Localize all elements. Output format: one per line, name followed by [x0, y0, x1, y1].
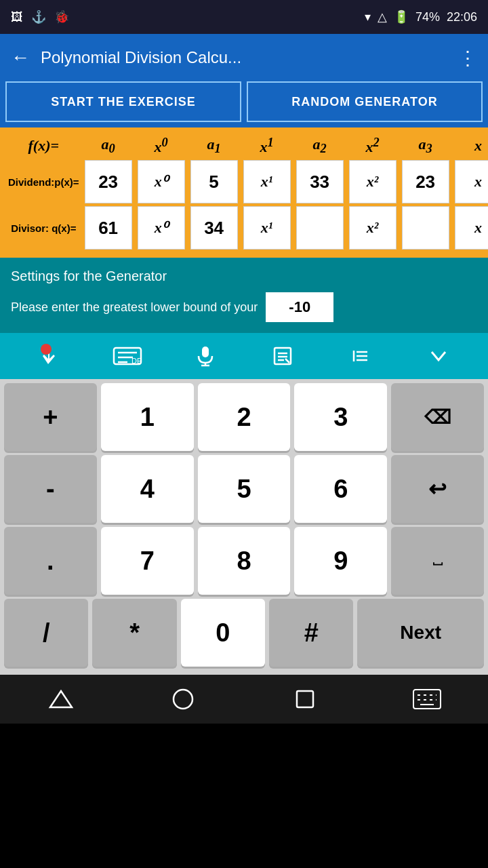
back-button[interactable]: ←: [11, 47, 30, 68]
header-a3: a3: [399, 134, 452, 159]
key-0[interactable]: 0: [181, 599, 265, 667]
svg-text:DE: DE: [131, 357, 142, 365]
dividend-label: Dividend:p(x)=: [5, 159, 82, 205]
edit-button[interactable]: [264, 337, 302, 375]
fx-label: f(x)=: [5, 134, 82, 159]
finger-pointer-button[interactable]: [30, 337, 68, 375]
keyboard-row-3: . 7 8 9 ⎵: [4, 527, 484, 595]
lower-bound-label: Please enter the greatest lower bound of…: [11, 300, 258, 315]
key-6[interactable]: 6: [294, 455, 387, 523]
lower-bound-input[interactable]: [266, 292, 333, 322]
key-minus[interactable]: -: [4, 455, 97, 523]
header-x1: x1: [241, 134, 293, 159]
header-x0: x0: [135, 134, 188, 159]
key-plus[interactable]: +: [4, 383, 97, 451]
list-button[interactable]: [342, 337, 380, 375]
wifi-icon: ▾: [365, 9, 371, 24]
divisor-label: Divisor: q(x)=: [5, 205, 82, 251]
usb-icon: ⚓: [31, 9, 46, 24]
settings-lower-bound-row: Please enter the greatest lower bound of…: [11, 292, 477, 322]
signal-icon: △: [378, 9, 387, 24]
key-asterisk[interactable]: *: [92, 599, 176, 667]
keyboard: + 1 2 3 ⌫ - 4 5 6 ↩ . 7 8 9 ⎵ / * 0 # Ne…: [0, 379, 488, 675]
key-2[interactable]: 2: [198, 383, 291, 451]
dividend-a0[interactable]: [85, 160, 132, 203]
header-a0: a0: [82, 134, 135, 159]
settings-area: Settings for the Generator Please enter …: [0, 258, 488, 333]
dividend-x1[interactable]: [243, 160, 291, 203]
random-generator-button[interactable]: RANDOM GENERATOR: [247, 81, 483, 122]
status-left: 🖼 ⚓ 🐞: [11, 9, 69, 24]
dividend-a1[interactable]: [190, 160, 238, 203]
chevron-down-button[interactable]: [420, 337, 458, 375]
dividend-x0[interactable]: [138, 160, 185, 203]
svg-marker-16: [50, 691, 72, 707]
divisor-x0[interactable]: [138, 206, 185, 250]
nav-home-button[interactable]: [156, 679, 210, 719]
bug-icon: 🐞: [54, 9, 69, 24]
key-5[interactable]: 5: [198, 455, 291, 523]
header-x2: x2: [346, 134, 399, 159]
key-4[interactable]: 4: [101, 455, 194, 523]
svg-rect-5: [202, 347, 209, 357]
dividend-x2[interactable]: [349, 160, 396, 203]
key-1[interactable]: 1: [101, 383, 194, 451]
dividend-row: Dividend:p(x)=: [5, 159, 488, 205]
keyboard-row-4: / * 0 # Next: [4, 599, 484, 667]
dividend-x3[interactable]: [455, 160, 488, 203]
math-display: f(x)= a0 x0 a1 x1 a2 x2 a3 x Dividend:p(…: [0, 127, 488, 258]
divisor-a1[interactable]: [190, 206, 238, 250]
action-row: START THE EXERCISE RANDOM GENERATOR: [0, 81, 488, 127]
key-3[interactable]: 3: [294, 383, 387, 451]
status-bar: 🖼 ⚓ 🐞 ▾ △ 🔋 74% 22:06: [0, 0, 488, 34]
header-a2: a2: [293, 134, 346, 159]
nav-back-button[interactable]: [34, 679, 88, 719]
divisor-row: Divisor: q(x)=: [5, 205, 488, 251]
battery-level: 74%: [415, 10, 440, 24]
keyboard-row-2: - 4 5 6 ↩: [4, 455, 484, 523]
divisor-x2[interactable]: [349, 206, 396, 250]
math-header-row: f(x)= a0 x0 a1 x1 a2 x2 a3 x: [5, 134, 488, 159]
app-title: Polynomial Division Calcu...: [41, 48, 447, 67]
keyboard-lang-button[interactable]: DE: [108, 337, 146, 375]
keyboard-toolbar: DE: [0, 333, 488, 379]
divisor-a0[interactable]: [85, 206, 132, 250]
key-9[interactable]: 9: [294, 527, 387, 595]
key-space[interactable]: ⎵: [391, 527, 484, 595]
key-return[interactable]: ↩: [391, 455, 484, 523]
divisor-a2[interactable]: [296, 206, 344, 250]
clock: 22:06: [447, 10, 477, 24]
divisor-a3[interactable]: [402, 206, 449, 250]
status-right: ▾ △ 🔋 74% 22:06: [365, 9, 477, 24]
bottom-nav: [0, 675, 488, 724]
key-backspace[interactable]: ⌫: [391, 383, 484, 451]
divisor-x1[interactable]: [243, 206, 291, 250]
dividend-a3[interactable]: [402, 160, 449, 203]
divisor-x3[interactable]: [455, 206, 488, 250]
svg-rect-18: [297, 691, 313, 707]
settings-title: Settings for the Generator: [11, 269, 477, 284]
app-bar: ← Polynomial Division Calcu... ⋮: [0, 34, 488, 81]
dividend-a2[interactable]: [296, 160, 344, 203]
nav-keyboard-button[interactable]: [400, 679, 454, 719]
battery-icon: 🔋: [394, 9, 409, 24]
more-options-button[interactable]: ⋮: [458, 47, 477, 69]
photo-icon: 🖼: [11, 10, 23, 24]
next-button[interactable]: Next: [357, 599, 484, 667]
header-x: x: [452, 134, 488, 159]
svg-point-17: [174, 690, 192, 709]
key-slash[interactable]: /: [4, 599, 88, 667]
nav-recents-button[interactable]: [278, 679, 332, 719]
key-hash[interactable]: #: [269, 599, 353, 667]
keyboard-row-1: + 1 2 3 ⌫: [4, 383, 484, 451]
microphone-button[interactable]: [186, 337, 224, 375]
start-exercise-button[interactable]: START THE EXERCISE: [5, 81, 241, 122]
key-7[interactable]: 7: [101, 527, 194, 595]
header-a1: a1: [188, 134, 241, 159]
key-dot[interactable]: .: [4, 527, 97, 595]
key-8[interactable]: 8: [198, 527, 291, 595]
